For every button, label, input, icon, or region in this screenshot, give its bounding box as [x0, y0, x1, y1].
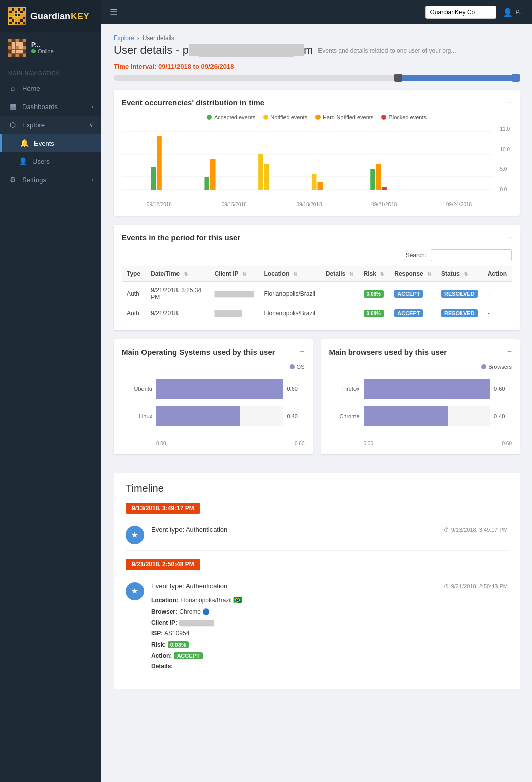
user-info: P... Online: [31, 41, 54, 54]
x-label-3: 09/18/2018: [296, 202, 322, 207]
browser-chart-title: Main browsers used by this user: [329, 348, 447, 357]
thumbs-up-icon: [131, 531, 139, 539]
browser-legend-label: Browsers: [488, 364, 512, 370]
os-linux-bar-container: [156, 406, 283, 426]
detail-ip-value: 1████████: [179, 620, 214, 626]
col-response[interactable]: Response ⇅: [389, 266, 436, 282]
sidebar-item-settings[interactable]: ⚙ Settings ›: [0, 170, 101, 189]
timeline-event-1-type: Event type: Authentication: [151, 526, 227, 534]
breadcrumb-explore[interactable]: Explore: [114, 34, 134, 42]
row1-type: Auth: [122, 282, 146, 305]
org-selector[interactable]: GuardianKey Co: [425, 6, 496, 19]
svg-rect-14: [382, 187, 387, 190]
row1-action[interactable]: -: [483, 282, 512, 305]
x-label-2: 09/15/2018: [222, 202, 247, 207]
settings-icon: ⚙: [8, 175, 17, 184]
col-datetime[interactable]: Date/Time ⇅: [146, 266, 209, 282]
collapse-events-button[interactable]: −: [507, 233, 512, 242]
timeline-event-2: Event type: Authentication ⏱ 9/21/2018, …: [126, 576, 508, 679]
collapse-browser-button[interactable]: −: [507, 347, 512, 357]
user-name: P...: [31, 41, 54, 48]
collapse-os-button[interactable]: −: [300, 347, 304, 357]
row2-action[interactable]: -: [483, 305, 512, 322]
sort-details-icon: ⇅: [349, 271, 353, 277]
row2-details: [321, 305, 359, 322]
browser-bar-firefox: Firefox 0.60: [329, 379, 512, 399]
os-x-labels: 0.00 0.60: [122, 441, 305, 446]
timeline-event-1-time: ⏱ 9/13/2018, 3:49:17 PM: [444, 527, 508, 533]
sidebar-item-home[interactable]: ⌂ Home: [0, 79, 101, 97]
svg-rect-10: [312, 174, 317, 190]
timeline-title: Timeline: [126, 483, 508, 494]
browser-bar-chrome: Chrome 0.40: [329, 406, 512, 426]
svg-rect-9: [264, 164, 269, 190]
browser-legend-item: Browsers: [481, 364, 512, 370]
col-risk[interactable]: Risk ⇅: [359, 266, 389, 282]
row1-ip-value: ██████████: [215, 291, 254, 297]
detail-details: Details:: [151, 661, 508, 672]
browser-x-min: 0.00: [364, 441, 373, 446]
sidebar-user: P... Online: [0, 32, 101, 63]
sidebar-item-dashboards[interactable]: ▦ Dashboards ›: [0, 97, 101, 116]
svg-rect-6: [204, 177, 209, 190]
slider-left-handle[interactable]: [394, 74, 402, 82]
browser-chart-card: Main browsers used by this user − Browse…: [321, 339, 520, 454]
hamburger-menu-button[interactable]: ☰: [110, 7, 118, 18]
os-legend-dot: [290, 364, 295, 369]
browser-firefox-bar-container: [364, 379, 490, 399]
svg-rect-7: [210, 159, 216, 190]
slider-right-handle[interactable]: [512, 74, 520, 82]
timeline-event-1-body: Event type: Authentication ⏱ 9/13/2018, …: [151, 526, 508, 538]
events-table-title: Events in the period for this user: [122, 233, 240, 242]
table-search-row: Search:: [122, 249, 512, 261]
browser-chrome-bar: [364, 406, 448, 426]
sidebar: GuardianKEY P... Online MAIN NAVIGATION …: [0, 0, 101, 782]
detail-isp-value: AS10954: [164, 630, 189, 637]
timeline-range-slider[interactable]: [114, 75, 520, 81]
os-chart-card: Main Operating Systems used by this user…: [114, 339, 313, 454]
browser-x-labels: 0.00 0.60: [329, 441, 512, 446]
sidebar-dashboards-label: Dashboards: [22, 103, 58, 111]
y-label-5: 5.0: [500, 166, 510, 172]
clock-icon-1: ⏱: [444, 527, 449, 533]
sort-status-icon: ⇅: [464, 271, 468, 277]
card-header-distribution: Event occurrencies' distribution in time…: [122, 98, 512, 107]
x-label-1: 09/12/2018: [147, 202, 172, 207]
chrome-icon: 🔵: [202, 608, 210, 615]
table-row: Auth 9/21/2018, 3:25:34 PM ██████████ Fl…: [122, 282, 512, 305]
col-location[interactable]: Location ⇅: [259, 266, 320, 282]
timeline-event-2-time: ⏱ 9/21/2018, 2:50:48 PM: [444, 583, 508, 589]
card-header-events: Events in the period for this user −: [122, 233, 512, 242]
avatar: [8, 39, 26, 57]
main-content: ☰ GuardianKey Co 👤 P... Explore › User d…: [101, 0, 532, 782]
detail-isp-label: ISP:: [151, 630, 163, 637]
breadcrumb: Explore › User details: [114, 34, 520, 42]
sidebar-item-users[interactable]: 👤 Users: [0, 152, 101, 170]
x-label-5: 09/24/2018: [446, 202, 472, 207]
col-details[interactable]: Details ⇅: [321, 266, 359, 282]
col-client-ip[interactable]: Client IP ⇅: [209, 266, 259, 282]
os-browser-charts-row: Main Operating Systems used by this user…: [114, 339, 520, 464]
clock-icon-2: ⏱: [444, 583, 449, 589]
col-status[interactable]: Status ⇅: [436, 266, 483, 282]
time-interval-value: 09/11/2018 to 09/26/2018: [158, 63, 234, 70]
logo-key: KEY: [70, 11, 89, 21]
page-title-text: User details - p████████████m: [114, 44, 313, 57]
logo-text: GuardianKEY: [30, 11, 89, 22]
search-input[interactable]: [431, 249, 512, 261]
timeline-date-group-1: 9/13/2018, 3:49:17 PM Event type: Authen…: [126, 503, 508, 551]
row1-datetime: 9/21/2018, 3:25:34 PM: [146, 282, 209, 305]
os-x-min: 0.00: [156, 441, 166, 446]
os-x-max: 0.60: [295, 441, 304, 446]
timeline-event-2-header: Event type: Authentication ⏱ 9/21/2018, …: [151, 582, 508, 590]
row1-status-badge: RESOLVED: [441, 290, 478, 298]
breadcrumb-separator: ›: [137, 34, 139, 42]
col-type: Type: [122, 266, 146, 282]
sidebar-item-explore[interactable]: ⬡ Explore ∨: [0, 116, 101, 134]
topnav-user[interactable]: 👤 P...: [503, 8, 524, 17]
sidebar-item-events[interactable]: 🔔 Events: [0, 134, 101, 152]
time-interval: Time interval: 09/11/2018 to 09/26/2018: [114, 63, 520, 70]
collapse-distribution-button[interactable]: −: [507, 98, 512, 107]
dashboards-icon: ▦: [8, 102, 17, 111]
timeline-auth-icon-2: [126, 582, 144, 600]
